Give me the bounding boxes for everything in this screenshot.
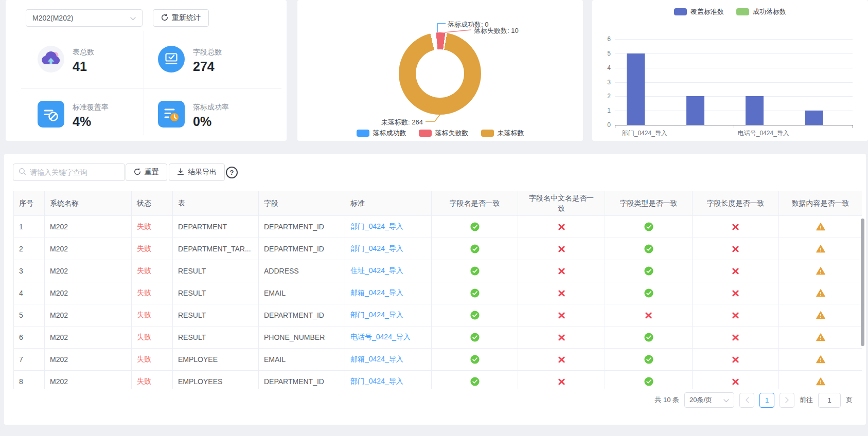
search-input[interactable] xyxy=(30,168,119,176)
cell-check-warn xyxy=(779,304,862,326)
cell-field: DEPARTMENT_ID xyxy=(259,371,345,390)
y-axis-tick-label: 3 xyxy=(592,79,611,85)
cell-status: 失败 xyxy=(132,304,173,326)
stat-success-rate: 落标成功率 0% xyxy=(158,101,229,130)
bar[interactable] xyxy=(627,53,645,125)
cell-status: 失败 xyxy=(132,282,173,304)
current-page[interactable]: 1 xyxy=(759,393,774,408)
stat-value: 0% xyxy=(193,115,229,128)
standard-link[interactable]: 电话号_0424_导入 xyxy=(350,333,411,341)
page-size-select[interactable]: 20条/页 xyxy=(684,392,734,408)
cell-index: 1 xyxy=(14,216,45,238)
vertical-scrollbar[interactable] xyxy=(861,219,864,346)
standard-link[interactable]: 部门_0424_导入 xyxy=(350,377,403,385)
chevron-down-icon xyxy=(723,396,729,404)
standard-link[interactable]: 邮箱_0424_导入 xyxy=(350,288,403,297)
cell-check-warn xyxy=(779,349,862,371)
standard-link[interactable]: 部门_0424_导入 xyxy=(350,222,403,230)
table-row: 6M202失败RESULTPHONE_NUMBER电话号_0424_导入 xyxy=(14,326,862,349)
cross-icon xyxy=(732,378,739,386)
help-icon[interactable]: ? xyxy=(226,167,238,178)
gridline xyxy=(615,96,853,97)
table-row: 4M202失败RESULTEMAIL邮箱_0424_导入 xyxy=(14,282,862,304)
column-header: 字段名是否一致 xyxy=(432,191,518,216)
cell-check-pass xyxy=(432,326,518,349)
cell-check-fail xyxy=(693,238,779,260)
cell-check-warn xyxy=(779,371,862,390)
stat-field-total: 字段总数 274 xyxy=(158,46,222,75)
cell-system: M202 xyxy=(45,216,132,238)
cell-check-warn xyxy=(779,326,862,349)
goto-page-input[interactable] xyxy=(818,393,841,408)
reset-button[interactable]: 重置 xyxy=(126,164,167,181)
x-axis-label: 电话号_0424_导入 xyxy=(738,129,789,138)
check-circle-icon xyxy=(644,333,653,342)
total-count: 共 10 条 xyxy=(654,395,679,405)
legend-swatch xyxy=(481,130,494,137)
column-header: 序号 xyxy=(14,191,45,216)
cell-system: M202 xyxy=(45,371,132,390)
cell-field: ADDRESS xyxy=(259,260,345,282)
cross-icon xyxy=(558,289,565,297)
cell-check-fail xyxy=(518,260,605,282)
warning-icon xyxy=(816,311,825,320)
cell-status: 失败 xyxy=(132,349,173,371)
prev-page-button[interactable] xyxy=(739,393,754,408)
y-axis-tick-label: 2 xyxy=(592,93,611,99)
cell-check-pass xyxy=(605,371,693,390)
cell-field: EMAIL xyxy=(259,349,345,371)
bar[interactable] xyxy=(686,96,704,125)
cell-field: DEPARTMENT_ID xyxy=(259,216,345,238)
success-rate-icon xyxy=(158,101,185,130)
export-button[interactable]: 结果导出 xyxy=(169,164,225,181)
check-circle-icon xyxy=(644,244,653,253)
bar-chart[interactable]: 0123456部门_0424_导入电话号_0424_导入 xyxy=(592,0,868,141)
check-circle-icon xyxy=(470,222,480,231)
cell-index: 8 xyxy=(14,371,45,390)
stat-value: 41 xyxy=(73,60,94,73)
standard-link[interactable]: 住址_0424_导入 xyxy=(350,266,403,275)
cell-standard: 邮箱_0424_导入 xyxy=(345,349,432,371)
cell-check-pass xyxy=(432,282,518,304)
check-circle-icon xyxy=(470,266,480,276)
cell-field: EMAIL xyxy=(259,282,345,304)
table-row: 7M202失败EMPLOYEEEMAIL邮箱_0424_导入 xyxy=(14,349,862,371)
cross-icon xyxy=(558,312,565,319)
cell-index: 2 xyxy=(14,238,45,260)
cell-status: 失败 xyxy=(132,326,173,349)
divider xyxy=(144,31,144,135)
cell-field: DEPARTMENT_ID xyxy=(259,304,345,326)
check-circle-icon xyxy=(644,266,653,276)
column-header: 字段类型是否一致 xyxy=(605,191,693,216)
warning-icon xyxy=(816,244,825,253)
y-axis-tick-label: 1 xyxy=(592,107,611,114)
cross-icon xyxy=(558,245,565,253)
chevron-down-icon xyxy=(130,14,136,22)
reset-label: 重置 xyxy=(145,168,159,177)
cell-index: 4 xyxy=(14,282,45,304)
legend-label: 落标成功数 xyxy=(373,129,406,138)
column-header: 数据内容是否一致 xyxy=(779,191,862,216)
cell-check-pass xyxy=(605,282,693,304)
gridline xyxy=(615,68,853,68)
fields-total-icon xyxy=(158,46,185,75)
cell-table: EMPLOYEES xyxy=(173,371,259,390)
bar[interactable] xyxy=(746,96,764,125)
standard-link[interactable]: 部门_0424_导入 xyxy=(350,244,403,252)
cell-standard: 邮箱_0424_导入 xyxy=(345,282,432,304)
recalculate-button[interactable]: 重新统计 xyxy=(153,9,209,27)
standard-link[interactable]: 部门_0424_导入 xyxy=(350,311,403,319)
check-circle-icon xyxy=(644,355,653,364)
standard-link[interactable]: 邮箱_0424_导入 xyxy=(350,355,403,363)
cell-check-warn xyxy=(779,216,862,238)
cell-table: RESULT xyxy=(173,326,259,349)
legend-item[interactable]: 落标失败数 xyxy=(419,129,469,138)
legend-item[interactable]: 落标成功数 xyxy=(357,129,406,138)
next-page-button[interactable] xyxy=(780,393,794,408)
warning-icon xyxy=(816,288,825,298)
legend-item[interactable]: 未落标数 xyxy=(481,129,524,138)
table-row: 3M202失败RESULTADDRESS住址_0424_导入 xyxy=(14,260,862,282)
bar[interactable] xyxy=(805,111,823,125)
chevron-right-icon xyxy=(785,397,789,403)
model-select[interactable]: M202(M202) xyxy=(26,9,143,27)
